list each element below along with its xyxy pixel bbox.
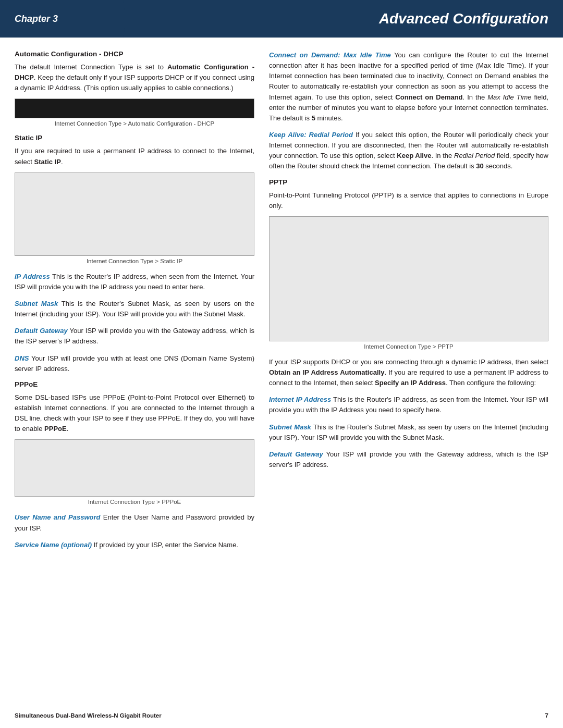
footer-page: 7: [545, 712, 548, 719]
ip-term: IP Address: [15, 273, 50, 280]
dns-body: Your ISP will provide you with at least …: [15, 354, 254, 373]
subnet-section: Subnet Mask This is the Router's Subnet …: [15, 299, 254, 319]
subnet2-section: Subnet Mask This is the Router's Subnet …: [269, 422, 548, 443]
subnet-text: Subnet Mask This is the Router's Subnet …: [15, 299, 254, 319]
cod-text: Connect on Demand: Max Idle Time You can…: [269, 50, 548, 124]
gateway2-text: Default Gateway Your ISP will provide yo…: [269, 449, 548, 470]
dhcp-body-text: The default Internet Connection Type is …: [15, 62, 254, 93]
static-ip-section: Static IP If you are required to use a p…: [15, 134, 254, 264]
pptp-body-text: Point-to-Point Tunneling Protocol (PPTP)…: [269, 190, 548, 211]
static-caption: Internet Connection Type > Static IP: [15, 258, 254, 264]
service-term: Service Name (optional): [15, 541, 92, 549]
right-column: Connect on Demand: Max Idle Time You can…: [269, 50, 548, 557]
keepalive-body4: seconds.: [484, 162, 513, 170]
pptp-bold1: Obtain an IP Address Automatically: [269, 368, 384, 376]
dhcp-screenshot: [15, 98, 254, 118]
dns-section: DNS Your ISP will provide you with at le…: [15, 353, 254, 374]
keepalive-term: Keep Alive: Redial Period: [269, 131, 353, 139]
page-header: Chapter 3 Advanced Configuration: [0, 0, 563, 38]
inet-ip-term: Internet IP Address: [269, 396, 331, 403]
left-column: Automatic Configuration - DHCP The defau…: [15, 50, 254, 557]
cod-term: Connect on Demand: Max Idle Time: [269, 51, 391, 59]
dns-term: DNS: [15, 354, 29, 362]
service-section: Service Name (optional) If provided by y…: [15, 540, 254, 550]
pppoe-bold: PPPoE: [44, 425, 67, 433]
keepalive-body2: . In the: [431, 152, 454, 159]
pptp-after1: If your ISP supports DHCP or you are con…: [269, 358, 548, 366]
pptp-heading: PPTP: [269, 178, 548, 186]
pptp-after3: . Then configure the following:: [446, 379, 536, 387]
pppoe-body2: .: [67, 425, 69, 433]
userpass-term: User Name and Password: [15, 513, 101, 521]
keepalive-section: Keep Alive: Redial Period If you select …: [269, 130, 548, 172]
gateway-text: Default Gateway Your ISP will provide yo…: [15, 326, 254, 347]
cod-body2: . In the: [463, 93, 488, 101]
service-text: Service Name (optional) If provided by y…: [15, 540, 254, 550]
pptp-after-section: If your ISP supports DHCP or you are con…: [269, 357, 548, 388]
pppoe-caption: Internet Connection Type > PPPoE: [15, 499, 254, 505]
pptp-section: PPTP Point-to-Point Tunneling Protocol (…: [269, 178, 548, 350]
static-screenshot: [15, 172, 254, 256]
dhcp-body1: The default Internet Connection Type is …: [15, 63, 167, 71]
userpass-text: User Name and Password Enter the User Na…: [15, 512, 254, 533]
pptp-screenshot: [269, 216, 548, 341]
subnet2-term: Subnet Mask: [269, 423, 311, 431]
gateway2-section: Default Gateway Your ISP will provide yo…: [269, 449, 548, 470]
ip-address-text: IP Address This is the Router's IP addre…: [15, 272, 254, 292]
static-body2: .: [61, 158, 63, 166]
cod-bold2: 5: [312, 114, 315, 122]
content-area: Automatic Configuration - DHCP The defau…: [0, 38, 563, 571]
dhcp-body2: . Keep the default only if your ISP supp…: [15, 73, 254, 92]
gateway2-term: Default Gateway: [269, 450, 323, 458]
pppoe-screenshot: [15, 439, 254, 497]
pptp-caption: Internet Connection Type > PPTP: [269, 343, 548, 350]
gateway-term: Default Gateway: [15, 327, 68, 335]
pptp-after-text: If your ISP supports DHCP or you are con…: [269, 357, 548, 388]
cod-italic: Max Idle Time: [487, 93, 531, 101]
static-bold: Static IP: [34, 158, 61, 166]
gateway-section: Default Gateway Your ISP will provide yo…: [15, 326, 254, 347]
userpass-section: User Name and Password Enter the User Na…: [15, 512, 254, 533]
pptp-bold2: Specify an IP Address: [375, 379, 446, 387]
cod-bold1: Connect on Demand: [395, 93, 462, 101]
header-curve-decoration: [109, 0, 141, 38]
footer-device: Simultaneous Dual-Band Wireless-N Gigabi…: [15, 712, 162, 719]
pppoe-heading: PPPoE: [15, 380, 254, 388]
keepalive-bold2: 30: [476, 162, 483, 170]
service-body: If provided by your ISP, enter the Servi…: [94, 541, 238, 549]
chapter-label: Chapter 3: [0, 14, 58, 24]
static-ip-heading: Static IP: [15, 134, 254, 142]
static-ip-body-text: If you are required to use a permanent I…: [15, 146, 254, 167]
dns-text: DNS Your ISP will provide you with at le…: [15, 353, 254, 374]
keepalive-text: Keep Alive: Redial Period If you select …: [269, 130, 548, 172]
page-footer: Simultaneous Dual-Band Wireless-N Gigabi…: [15, 712, 548, 719]
dhcp-section: Automatic Configuration - DHCP The defau…: [15, 50, 254, 127]
pppoe-body-text: Some DSL-based ISPs use PPPoE (Point-to-…: [15, 392, 254, 435]
ip-body: This is the Router's IP address, when se…: [15, 273, 254, 291]
keepalive-bold1: Keep Alive: [397, 152, 431, 159]
dhcp-caption: Internet Connection Type > Automatic Con…: [15, 120, 254, 127]
dhcp-heading: Automatic Configuration - DHCP: [15, 50, 254, 58]
pppoe-section: PPPoE Some DSL-based ISPs use PPPoE (Poi…: [15, 380, 254, 505]
cod-body4: minutes.: [315, 114, 343, 122]
subnet-term: Subnet Mask: [15, 300, 58, 307]
inet-ip-section: Internet IP Address This is the Router's…: [269, 394, 548, 415]
inet-ip-text: Internet IP Address This is the Router's…: [269, 394, 548, 415]
page-title: Advanced Configuration: [379, 10, 548, 27]
cod-section: Connect on Demand: Max Idle Time You can…: [269, 50, 548, 124]
subnet2-text: Subnet Mask This is the Router's Subnet …: [269, 422, 548, 443]
subnet2-body: This is the Router's Subnet Mask, as see…: [269, 423, 548, 441]
keepalive-italic: Redial Period: [454, 152, 495, 159]
ip-address-section: IP Address This is the Router's IP addre…: [15, 272, 254, 292]
